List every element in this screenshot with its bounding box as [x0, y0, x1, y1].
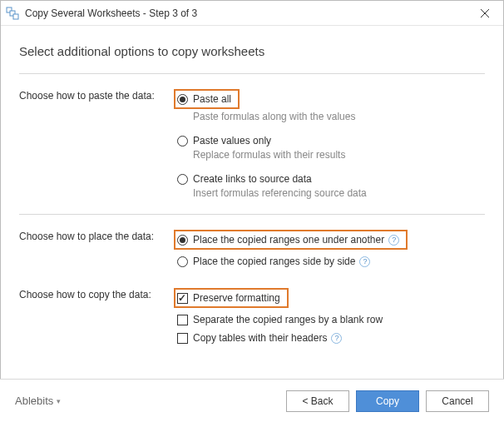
radio-place-side-row[interactable]: Place the copied ranges side by side ?	[177, 255, 485, 268]
help-icon[interactable]: ?	[388, 235, 399, 246]
divider	[19, 73, 485, 74]
check-separate-label[interactable]: Separate the copied ranges by a blank ro…	[193, 313, 383, 326]
radio-place-under-row[interactable]: Place the copied ranges one under anothe…	[174, 230, 408, 250]
section-place-label: Choose how to place the data:	[19, 230, 177, 273]
cancel-button[interactable]: Cancel	[426, 390, 489, 412]
section-copy-label: Choose how to copy the data:	[19, 288, 177, 350]
page-heading: Select additional options to copy worksh…	[19, 44, 485, 58]
radio-paste-all-label[interactable]: Paste all	[193, 92, 231, 106]
radio-create-links[interactable]	[177, 174, 188, 185]
radio-paste-values[interactable]	[177, 136, 188, 146]
button-bar: Ablebits ▾ < Back Copy Cancel	[0, 379, 504, 422]
check-separate-blank[interactable]	[177, 315, 188, 325]
check-preserve-label[interactable]: Preserve formatting	[193, 291, 280, 305]
check-copy-headers[interactable]	[177, 333, 188, 344]
divider	[19, 214, 485, 215]
radio-create-links-desc: Insert formulas referencing source data	[193, 187, 485, 199]
check-preserve-row[interactable]: Preserve formatting	[174, 288, 289, 308]
check-headers-label[interactable]: Copy tables with their headers	[193, 331, 327, 345]
section-place: Choose how to place the data: Place the …	[19, 230, 485, 273]
radio-place-under-label[interactable]: Place the copied ranges one under anothe…	[193, 233, 384, 246]
radio-paste-values-desc: Replace formulas with their results	[193, 149, 485, 161]
help-icon[interactable]: ?	[359, 256, 370, 267]
radio-place-under[interactable]	[177, 235, 188, 246]
svg-rect-2	[13, 14, 18, 19]
check-separate-row[interactable]: Separate the copied ranges by a blank ro…	[177, 313, 485, 326]
brand-label: Ablebits	[15, 395, 53, 407]
radio-create-links-label[interactable]: Create links to source data	[193, 172, 312, 186]
radio-paste-values-label[interactable]: Paste values only	[193, 134, 271, 147]
back-button[interactable]: < Back	[286, 390, 349, 412]
radio-paste-all-desc: Paste formulas along with the values	[193, 111, 485, 122]
chevron-down-icon: ▾	[57, 397, 61, 405]
radio-paste-all[interactable]	[177, 94, 188, 105]
title-bar: Copy Several Worksheets - Step 3 of 3	[1, 1, 503, 26]
check-headers-row[interactable]: Copy tables with their headers ?	[177, 331, 485, 345]
section-copy: Choose how to copy the data: Preserve fo…	[19, 288, 485, 350]
radio-place-side[interactable]	[177, 256, 188, 267]
section-paste-label: Choose how to paste the data:	[19, 89, 177, 199]
radio-paste-values-row[interactable]: Paste values only	[177, 134, 485, 147]
radio-place-side-label[interactable]: Place the copied ranges side by side	[193, 255, 355, 268]
help-icon[interactable]: ?	[331, 333, 342, 344]
radio-paste-all-row[interactable]: Paste all	[174, 89, 240, 109]
window-title: Copy Several Worksheets - Step 3 of 3	[25, 7, 466, 19]
section-paste: Choose how to paste the data: Paste all …	[19, 89, 485, 199]
close-button[interactable]	[466, 1, 503, 25]
check-preserve-formatting[interactable]	[177, 293, 188, 304]
app-icon	[6, 7, 19, 20]
radio-create-links-row[interactable]: Create links to source data	[177, 172, 485, 186]
copy-button[interactable]: Copy	[356, 390, 419, 412]
brand-menu[interactable]: Ablebits ▾	[15, 395, 279, 407]
